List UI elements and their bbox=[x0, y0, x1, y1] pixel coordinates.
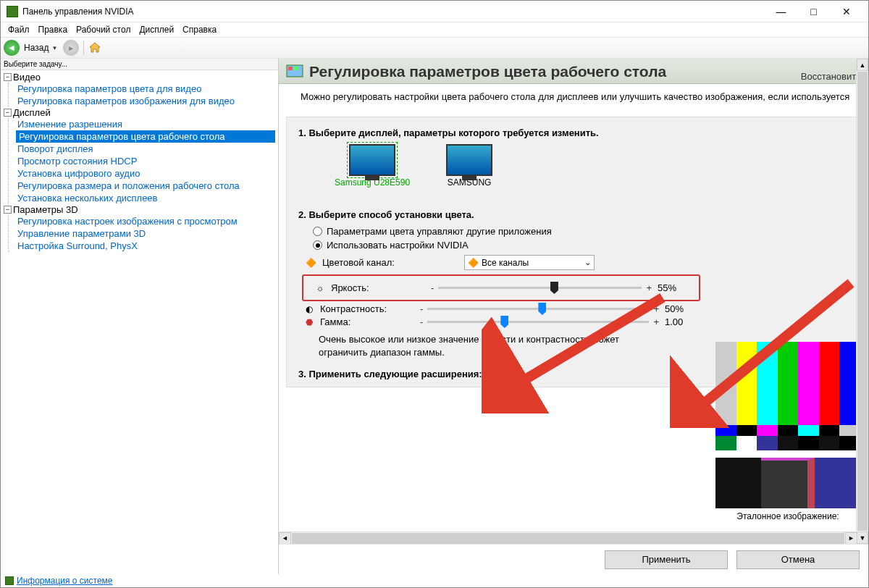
menu-desktop[interactable]: Рабочий стол bbox=[73, 24, 133, 35]
button-bar: Применить Отмена bbox=[279, 544, 868, 574]
color-bars-preview bbox=[715, 342, 860, 450]
menu-display[interactable]: Дисплей bbox=[136, 24, 177, 35]
tree-item[interactable]: Регулировка параметров цвета для видео bbox=[16, 83, 275, 95]
svg-rect-3 bbox=[293, 67, 298, 70]
radio-icon-checked bbox=[313, 240, 322, 250]
menu-file[interactable]: Файл bbox=[5, 24, 33, 35]
tree-item[interactable]: Поворот дисплея bbox=[16, 143, 275, 155]
back-history-dropdown[interactable]: ▼ bbox=[51, 45, 57, 51]
horizontal-scrollbar[interactable]: ◄► bbox=[279, 532, 857, 544]
page-title: Регулировка параметров цвета рабочего ст… bbox=[309, 63, 861, 80]
toolbar-separator bbox=[83, 41, 84, 55]
sidebar: Выберите задачу... −Видео Регулировка па… bbox=[1, 59, 279, 574]
tree-item[interactable]: Изменение разрешения bbox=[16, 118, 275, 130]
gamma-slider[interactable] bbox=[427, 321, 649, 323]
monitor-icon bbox=[446, 144, 492, 176]
display-item[interactable]: SAMSUNG bbox=[446, 144, 492, 188]
display-item-selected[interactable]: Samsung U28E590 bbox=[335, 144, 410, 188]
brightness-slider[interactable] bbox=[438, 287, 642, 289]
task-header: Выберите задачу... bbox=[1, 59, 278, 70]
contrast-slider[interactable] bbox=[427, 308, 649, 310]
title-bar: Панель управления NVIDIA — □ ✕ bbox=[1, 1, 868, 22]
tree-group-display[interactable]: −Дисплей bbox=[4, 107, 275, 118]
intro-text: Можно регулировать настройки цвета рабоч… bbox=[279, 84, 868, 112]
preview-label: Эталонное изображение: bbox=[715, 511, 860, 521]
tree-group-video[interactable]: −Видео bbox=[4, 72, 275, 83]
svg-rect-2 bbox=[288, 67, 293, 70]
settings-box: 1. Выберите дисплей, параметры которого … bbox=[286, 117, 861, 387]
tree-group-3d[interactable]: −Параметры 3D bbox=[4, 204, 275, 215]
maximize-button[interactable]: □ bbox=[797, 1, 830, 22]
footer: Информация о системе bbox=[1, 574, 117, 587]
page-header: Регулировка параметров цвета рабочего ст… bbox=[279, 59, 868, 84]
slider-gamma: ⬣ Гамма: - + 1.00 bbox=[304, 316, 697, 327]
radio-nvidia[interactable]: Использовать настройки NVIDIA bbox=[313, 240, 849, 251]
step2-title: 2. Выберите способ установки цвета. bbox=[298, 209, 849, 220]
brightness-highlight-box: ☼ Яркость: - + 55% bbox=[302, 274, 700, 301]
tree-item[interactable]: Просмотр состояния HDCP bbox=[16, 155, 275, 167]
gamma-note: Очень высокое или низкое значение яркост… bbox=[319, 333, 630, 358]
channel-select[interactable]: 🔶Все каналы bbox=[464, 255, 595, 270]
forward-button[interactable]: ► bbox=[63, 40, 79, 56]
tree-item[interactable]: Регулировка параметров изображения для в… bbox=[16, 95, 275, 107]
cancel-button[interactable]: Отмена bbox=[736, 550, 860, 569]
slider-contrast: ◐ Контрастность: - + 50% bbox=[304, 303, 697, 314]
nav-tree: −Видео Регулировка параметров цвета для … bbox=[1, 70, 278, 574]
restore-link[interactable]: Восстановить bbox=[801, 71, 861, 82]
back-label: Назад bbox=[24, 43, 49, 53]
channel-icon: 🔶 bbox=[306, 258, 316, 268]
monitor-icon bbox=[349, 144, 395, 176]
slider-brightness: ☼ Яркость: - + 55% bbox=[315, 282, 689, 293]
tree-item[interactable]: Установка нескольких дисплеев bbox=[16, 192, 275, 204]
color-swatches bbox=[715, 458, 860, 508]
close-button[interactable]: ✕ bbox=[830, 1, 862, 22]
home-icon[interactable] bbox=[88, 41, 101, 54]
step1-title: 1. Выберите дисплей, параметры которого … bbox=[298, 127, 849, 138]
tree-item[interactable]: Установка цифрового аудио bbox=[16, 167, 275, 180]
radio-other-apps[interactable]: Параметрами цвета управляют другие прило… bbox=[313, 226, 849, 237]
menu-help[interactable]: Справка bbox=[180, 24, 219, 35]
brightness-icon: ☼ bbox=[315, 283, 325, 293]
nvidia-icon bbox=[7, 6, 18, 17]
minimize-button[interactable]: — bbox=[765, 1, 797, 22]
menu-edit[interactable]: Правка bbox=[35, 24, 71, 35]
page-header-icon bbox=[286, 64, 303, 79]
radio-icon bbox=[313, 227, 322, 236]
apply-button[interactable]: Применить bbox=[605, 550, 728, 569]
tree-item[interactable]: Регулировка размера и положения рабочего… bbox=[16, 180, 275, 192]
window-title: Панель управления NVIDIA bbox=[22, 7, 765, 17]
tree-item[interactable]: Управление параметрами 3D bbox=[16, 227, 275, 240]
tree-item-selected[interactable]: Регулировка параметров цвета рабочего ст… bbox=[16, 130, 275, 143]
back-button[interactable]: ◄ bbox=[4, 40, 20, 56]
tree-item[interactable]: Регулировка настроек изображения с просм… bbox=[16, 215, 275, 227]
menu-bar: Файл Правка Рабочий стол Дисплей Справка bbox=[1, 22, 868, 37]
contrast-icon: ◐ bbox=[304, 304, 314, 314]
system-info-link[interactable]: Информация о системе bbox=[17, 576, 112, 586]
svg-marker-0 bbox=[90, 43, 100, 52]
gamma-icon: ⬣ bbox=[304, 317, 314, 327]
content-pane: Регулировка параметров цвета рабочего ст… bbox=[279, 59, 868, 574]
toolbar: ◄ Назад ▼ ► bbox=[1, 37, 868, 59]
channel-label: Цветовой канал: bbox=[322, 257, 395, 268]
tree-item[interactable]: Настройка Surround, PhysX bbox=[16, 240, 275, 252]
nvidia-small-icon bbox=[5, 576, 14, 585]
vertical-scrollbar[interactable]: ▲▼ bbox=[856, 59, 868, 544]
